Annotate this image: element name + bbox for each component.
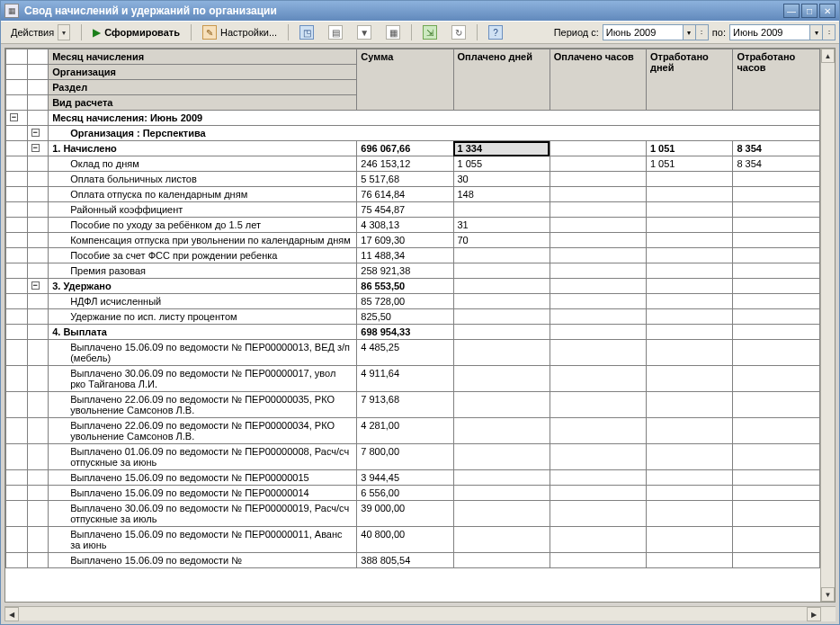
table-row[interactable]: НДФЛ исчисленный85 728,00 xyxy=(6,294,820,309)
table-row[interactable]: Выплачено 15.06.09 по ведомости № ПЕР000… xyxy=(6,527,820,553)
separator xyxy=(411,24,412,40)
table-row[interactable]: Выплачено 15.06.09 по ведомости № ПЕР000… xyxy=(6,470,820,486)
separator xyxy=(191,24,192,40)
step-icon[interactable]: ∶ xyxy=(696,24,709,40)
col-sum: Сумма xyxy=(357,49,453,111)
toolbar-icon-2[interactable]: ▤ xyxy=(322,22,349,42)
form-button[interactable]: ▶ Сформировать xyxy=(86,23,186,41)
table-row[interactable]: Выплачено 22.06.09 по ведомости № ПЕР000… xyxy=(6,418,820,444)
table-row[interactable]: Районный коэффициент 75 454,87 xyxy=(6,202,820,218)
grid-icon: ▦ xyxy=(386,25,400,40)
group-org[interactable]: − Организация : Перспектива xyxy=(6,126,820,141)
vertical-scrollbar[interactable]: ▲ ▼ xyxy=(820,49,835,602)
col-month: Месяц начисления xyxy=(49,49,357,65)
form-label: Сформировать xyxy=(104,27,180,38)
scroll-corner xyxy=(821,607,836,621)
table-row[interactable]: Выплачено 15.06.09 по ведомости № ПЕР000… xyxy=(6,486,820,501)
window-title: Свод начислений и удержаний по организац… xyxy=(24,4,783,17)
scroll-down-icon[interactable]: ▼ xyxy=(821,587,835,602)
period-from-label: Период с: xyxy=(554,27,599,38)
table-row[interactable]: Пособие по уходу за ребёнком до 1.5 лет … xyxy=(6,218,820,233)
settings-button[interactable]: ✎ Настройки... xyxy=(196,22,283,42)
scroll-up-icon[interactable]: ▲ xyxy=(821,49,835,63)
tree-toggle[interactable]: − xyxy=(31,129,40,137)
selected-cell[interactable]: 1 334 xyxy=(453,141,550,156)
group-accrued[interactable]: − 1. Начислено 696 067,661 334 1 0518 35… xyxy=(6,141,820,156)
period-from-input[interactable]: Июнь 2009 xyxy=(603,24,684,40)
col-org: Организация xyxy=(49,65,357,80)
group-month[interactable]: − Месяц начисления: Июнь 2009 xyxy=(6,111,820,126)
table-row[interactable]: Оплата больничных листов 5 517,6830 xyxy=(6,172,820,187)
group-payout[interactable]: 4. Выплата 698 954,33 xyxy=(6,325,820,340)
refresh-icon: ↻ xyxy=(451,25,466,40)
step-icon[interactable]: ∶ xyxy=(823,24,836,40)
app-icon: ▦ xyxy=(4,4,19,18)
table-row[interactable]: Выплачено 15.06.09 по ведомости № ПЕР000… xyxy=(6,340,820,366)
titlebar: ▦ Свод начислений и удержаний по организ… xyxy=(1,1,839,21)
table-row[interactable]: Выплачено 15.06.09 по ведомости №388 805… xyxy=(6,553,820,568)
period-group: Период с: Июнь 2009 ▾ ∶ по: Июнь 2009 ▾ … xyxy=(554,24,836,40)
export-icon: ⇲ xyxy=(423,25,437,40)
grid-wrapper[interactable]: Месяц начисления Сумма Оплачено дней Опл… xyxy=(5,49,820,602)
app-window: ▦ Свод начислений и удержаний по организ… xyxy=(0,0,840,625)
toolbar-icon-3[interactable]: ▼ xyxy=(351,22,378,42)
col-section: Раздел xyxy=(49,80,357,95)
col-paid-hours: Оплачено часов xyxy=(550,49,646,111)
separator xyxy=(288,24,289,40)
col-calctype: Вид расчета xyxy=(49,95,357,111)
help-icon: ? xyxy=(488,25,503,40)
toolbar-icon-4[interactable]: ▦ xyxy=(380,22,407,42)
period-to-label: по: xyxy=(712,27,726,38)
report-area: Месяц начисления Сумма Оплачено дней Опл… xyxy=(4,48,836,603)
tree-toggle[interactable]: − xyxy=(31,281,40,290)
help-button[interactable]: ? xyxy=(482,22,509,42)
table-row[interactable]: Премия разовая 258 921,38 xyxy=(6,263,820,279)
separator xyxy=(477,24,478,40)
play-icon: ▶ xyxy=(93,26,101,39)
group-withheld[interactable]: − 3. Удержано 86 553,50 xyxy=(6,279,820,294)
toolbar-icon-6[interactable]: ↻ xyxy=(445,22,472,42)
table-row[interactable]: Оплата отпуска по календарным дням 76 61… xyxy=(6,187,820,202)
close-button[interactable]: ✕ xyxy=(819,4,836,18)
table-row[interactable]: Компенсация отпуска при увольнении по ка… xyxy=(6,233,820,248)
chevron-down-icon[interactable]: ▾ xyxy=(684,24,696,40)
document-icon: ◳ xyxy=(299,25,314,40)
table-row[interactable]: Выплачено 30.06.09 по ведомости № ПЕР000… xyxy=(6,366,820,392)
table-row[interactable]: Оклад по дням 246 153,121 0551 0518 354 xyxy=(6,156,820,172)
horizontal-scrollbar[interactable]: ◀ ▶ xyxy=(4,606,836,621)
table-row[interactable]: Пособие за счет ФСС при рождении ребенка… xyxy=(6,248,820,263)
minimize-button[interactable]: — xyxy=(783,4,800,18)
separator xyxy=(81,24,82,40)
toolbar-icon-5[interactable]: ⇲ xyxy=(416,22,443,42)
actions-label: Действия xyxy=(11,27,54,38)
chevron-down-icon[interactable]: ▾ xyxy=(810,24,823,40)
col-worked-days: Отработано дней xyxy=(646,49,733,111)
maximize-button[interactable]: □ xyxy=(801,4,818,18)
tree-toggle[interactable]: − xyxy=(10,113,18,121)
col-worked-hours: Отработано часов xyxy=(733,49,820,111)
toolbar-icon-1[interactable]: ◳ xyxy=(293,22,320,42)
scroll-track[interactable] xyxy=(19,607,807,621)
period-from-value: Июнь 2009 xyxy=(606,27,657,38)
scroll-left-icon[interactable]: ◀ xyxy=(4,607,19,621)
table-row[interactable]: Выплачено 22.06.09 по ведомости № ПЕР000… xyxy=(6,392,820,418)
scroll-track[interactable] xyxy=(821,63,835,587)
table-row[interactable]: Выплачено 01.06.09 по ведомости № ПЕР000… xyxy=(6,444,820,470)
actions-menu[interactable]: Действия ▾ xyxy=(4,22,76,43)
list-icon: ▤ xyxy=(328,25,343,40)
scroll-right-icon[interactable]: ▶ xyxy=(807,607,821,621)
wrench-icon: ✎ xyxy=(202,25,217,40)
tree-toggle[interactable]: − xyxy=(31,144,40,152)
table-row[interactable]: Удержание по исп. листу процентом825,50 xyxy=(6,309,820,325)
filter-icon: ▼ xyxy=(357,25,371,40)
settings-label: Настройки... xyxy=(220,27,277,38)
toolbar: Действия ▾ ▶ Сформировать ✎ Настройки...… xyxy=(1,21,839,44)
table-row[interactable]: Выплачено 30.06.09 по ведомости № ПЕР000… xyxy=(6,501,820,527)
report-grid: Месяц начисления Сумма Оплачено дней Опл… xyxy=(5,49,820,568)
col-paid-days: Оплачено дней xyxy=(453,49,550,111)
period-to-value: Июнь 2009 xyxy=(733,27,783,38)
period-to-input[interactable]: Июнь 2009 xyxy=(729,24,810,40)
chevron-down-icon[interactable]: ▾ xyxy=(58,24,70,40)
